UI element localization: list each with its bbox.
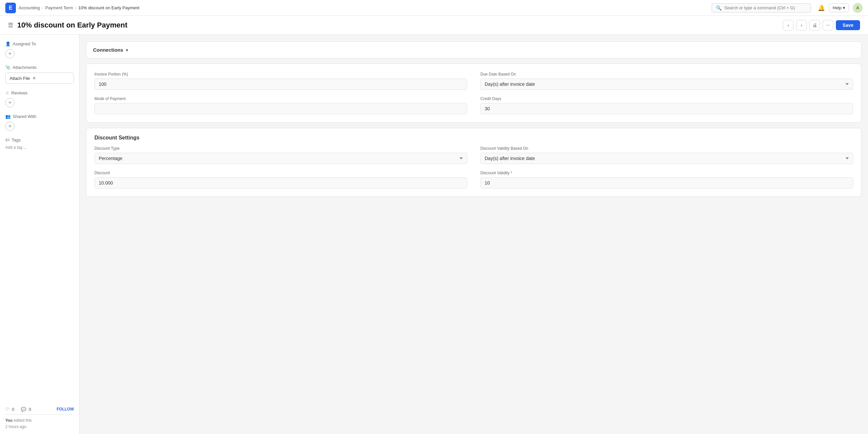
attachments-section: 📎 Attachments Attach File + (5, 65, 74, 84)
discount-type-label: Discount Type (94, 146, 467, 151)
next-record-button[interactable]: › (796, 20, 807, 30)
tags-label: Tags (11, 137, 21, 143)
ellipsis-icon: ··· (826, 22, 830, 28)
menu-toggle[interactable]: ☰ (8, 22, 13, 29)
mode-of-payment-label: Mode of Payment (94, 96, 467, 101)
discount-validity-label: Discount Validity * (480, 170, 853, 175)
sidebar: 👤 Assigned To + 📎 Attachments Attach Fil… (0, 35, 80, 434)
payment-form-grid: Invoice Portion (%) Due Date Based On Da… (94, 72, 853, 114)
likes-count: 0 (12, 407, 14, 412)
search-icon: 🔍 (716, 5, 721, 10)
comments-count: 0 (29, 407, 31, 412)
notification-bell[interactable]: 🔔 (818, 4, 825, 11)
comment-icon: 💬 (21, 407, 26, 412)
breadcrumb-sep-2: › (75, 5, 76, 10)
connections-card: Connections ▾ (86, 41, 861, 58)
attachments-label: Attachments (12, 65, 36, 70)
paperclip-icon: 📎 (5, 65, 10, 70)
mode-of-payment-input[interactable] (94, 103, 467, 114)
invoice-portion-input[interactable] (94, 79, 467, 90)
discount-validity-input[interactable] (480, 177, 853, 188)
printer-icon: 🖨 (812, 23, 817, 28)
chevron-down-icon: ▾ (843, 5, 845, 10)
add-review-button[interactable]: + (5, 98, 14, 107)
discount-label: Discount (94, 170, 467, 175)
discount-validity-based-on-select[interactable]: Day(s) after invoice date Day(s) after e… (480, 153, 853, 164)
edit-info: You edited this 2 hours ago (5, 417, 74, 430)
header-actions: ‹ › 🖨 ··· Save (783, 20, 860, 30)
discount-settings-card: Discount Settings Discount Type Percenta… (86, 128, 861, 197)
more-options-button[interactable]: ··· (823, 20, 833, 30)
follow-row: ♡ 0 · 💬 0 FOLLOW (5, 404, 74, 412)
add-tag-link[interactable]: Add a tag ... (5, 145, 74, 150)
discount-settings-header: Discount Settings (87, 128, 861, 141)
discount-form-grid: Discount Type Percentage Fixed Discount … (94, 146, 853, 188)
add-shared-with-button[interactable]: + (5, 122, 14, 131)
due-date-label: Due Date Based On (480, 72, 853, 76)
due-date-select[interactable]: Day(s) after invoice date Day(s) after e… (480, 79, 853, 90)
required-asterisk: * (510, 170, 512, 175)
invoice-portion-group: Invoice Portion (%) (94, 72, 467, 90)
breadcrumb: Accounting › Payment Term › 10% discount… (19, 5, 140, 10)
credit-days-group: Credit Days (480, 96, 853, 114)
save-button[interactable]: Save (836, 20, 860, 30)
tag-icon: 🏷 (5, 137, 10, 143)
discount-form: Discount Type Percentage Fixed Discount … (87, 141, 861, 196)
assigned-to-label: Assigned To (12, 41, 36, 46)
help-button[interactable]: Help ▾ (829, 3, 849, 12)
chevron-right-icon: › (801, 23, 802, 28)
discount-input[interactable] (94, 177, 467, 188)
like-icon: ♡ (5, 407, 9, 412)
page-header: ☰ 10% discount on Early Payment ‹ › 🖨 ··… (0, 16, 868, 35)
discount-validity-group: Discount Validity * (480, 170, 853, 188)
search-input[interactable] (724, 5, 807, 10)
edit-action: edited this (13, 418, 32, 423)
breadcrumb-payment-term[interactable]: Payment Term (45, 5, 73, 10)
shared-with-section: 👥 Shared With + (5, 114, 74, 131)
search-bar[interactable]: 🔍 (712, 3, 811, 12)
tags-section: 🏷 Tags Add a tag ... (5, 137, 74, 150)
mode-of-payment-group: Mode of Payment (94, 96, 467, 114)
discount-settings-title: Discount Settings (94, 135, 853, 141)
attach-file-label: Attach File (10, 76, 30, 81)
main-content: Connections ▾ Invoice Portion (%) Due Da… (80, 35, 868, 434)
payment-terms-card: Invoice Portion (%) Due Date Based On Da… (86, 64, 861, 123)
breadcrumb-current: 10% discount on Early Payment (79, 5, 140, 10)
invoice-portion-label: Invoice Portion (%) (94, 72, 467, 76)
discount-type-group: Discount Type Percentage Fixed (94, 146, 467, 164)
plus-icon: + (32, 75, 35, 81)
attach-file-button[interactable]: Attach File + (5, 72, 74, 84)
assigned-to-section: 👤 Assigned To + (5, 41, 74, 58)
discount-group: Discount (94, 170, 467, 188)
follow-button[interactable]: FOLLOW (57, 407, 74, 411)
prev-record-button[interactable]: ‹ (783, 20, 794, 30)
print-button[interactable]: 🖨 (809, 20, 820, 30)
page-title: 10% discount on Early Payment (17, 21, 779, 30)
due-date-group: Due Date Based On Day(s) after invoice d… (480, 72, 853, 90)
separator-dot: · (17, 407, 18, 412)
shared-with-label: Shared With (12, 114, 36, 119)
add-assigned-to-button[interactable]: + (5, 49, 14, 58)
discount-validity-based-on-label: Discount Validity Based On (480, 146, 853, 151)
discount-type-select[interactable]: Percentage Fixed (94, 153, 467, 164)
credit-days-input[interactable] (480, 103, 853, 114)
connections-title: Connections (93, 47, 123, 53)
top-navigation: E Accounting › Payment Term › 10% discou… (0, 0, 868, 16)
star-icon: ☆ (5, 90, 9, 95)
person-icon: 👤 (5, 41, 10, 46)
reviews-label: Reviews (11, 90, 28, 95)
connections-chevron-icon: ▾ (126, 48, 128, 53)
app-logo: E (5, 3, 16, 13)
connections-header[interactable]: Connections ▾ (87, 42, 861, 58)
breadcrumb-sep-1: › (42, 5, 43, 10)
credit-days-label: Credit Days (480, 96, 853, 101)
edit-time: 2 hours ago (5, 424, 26, 429)
discount-validity-based-on-group: Discount Validity Based On Day(s) after … (480, 146, 853, 164)
chevron-left-icon: ‹ (787, 23, 789, 28)
edit-user: You (5, 418, 12, 423)
main-layout: 👤 Assigned To + 📎 Attachments Attach Fil… (0, 35, 868, 434)
sidebar-footer: ♡ 0 · 💬 0 FOLLOW You edited this 2 hours… (5, 404, 74, 430)
breadcrumb-accounting[interactable]: Accounting (19, 5, 40, 10)
avatar: A (853, 3, 863, 13)
people-icon: 👥 (5, 114, 10, 119)
